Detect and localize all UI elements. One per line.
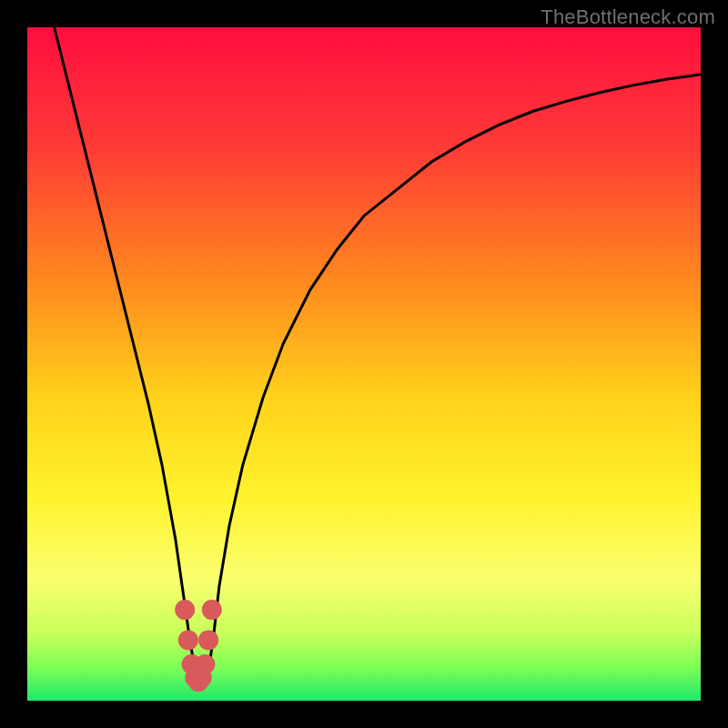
watermark-text: TheBottleneck.com [541, 5, 715, 29]
optimal-marker [178, 630, 198, 650]
optimal-marker [175, 600, 195, 620]
optimal-marker [195, 654, 215, 674]
bottleneck-chart [27, 27, 701, 701]
chart-frame: TheBottleneck.com [0, 0, 728, 728]
gradient-background [27, 27, 701, 701]
optimal-marker [198, 630, 218, 650]
plot-area [27, 27, 701, 701]
optimal-marker [202, 600, 222, 620]
